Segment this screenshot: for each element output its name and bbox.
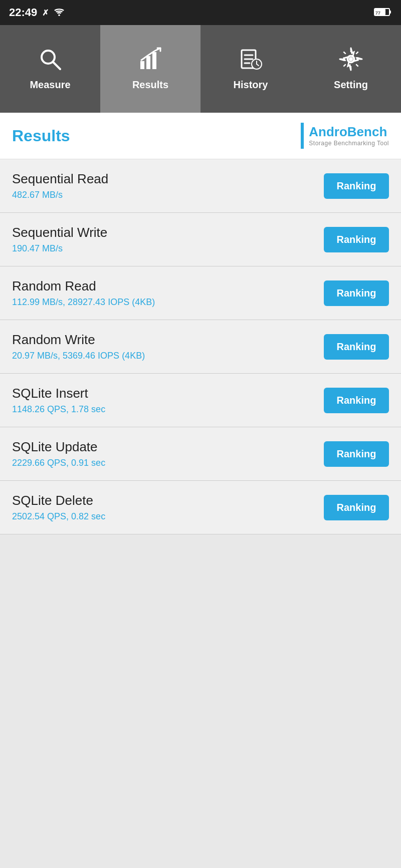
result-info: Random Read 112.99 MB/s, 28927.43 IOPS (… — [12, 278, 155, 308]
ranking-button[interactable]: Ranking — [324, 441, 389, 467]
result-item: SQLite Insert 1148.26 QPS, 1.78 sec Rank… — [0, 374, 401, 427]
ranking-button[interactable]: Ranking — [324, 388, 389, 413]
history-icon — [239, 47, 263, 74]
results-header: Results AndroBench Storage Benchmarking … — [0, 113, 401, 159]
brand-logo: AndroBench Storage Benchmarking Tool — [301, 123, 389, 149]
result-item: SQLite Delete 2502.54 QPS, 0.82 sec Rank… — [0, 481, 401, 534]
result-name: Sequential Read — [12, 171, 108, 187]
measure-icon — [38, 47, 62, 74]
ranking-button[interactable]: Ranking — [324, 280, 389, 306]
results-list: Sequential Read 482.67 MB/s Ranking Sequ… — [0, 159, 401, 534]
tab-history-label: History — [234, 79, 268, 91]
result-item: SQLite Update 2229.66 QPS, 0.91 sec Rank… — [0, 427, 401, 481]
svg-rect-7 — [140, 61, 144, 69]
svg-point-0 — [58, 14, 60, 16]
battery-shape-icon: 77 — [374, 7, 392, 19]
result-info: Random Write 20.97 MB/s, 5369.46 IOPS (4… — [12, 332, 145, 361]
result-value: 1148.26 QPS, 1.78 sec — [12, 404, 105, 415]
result-info: Sequential Read 482.67 MB/s — [12, 171, 108, 200]
svg-line-24 — [356, 52, 358, 54]
ranking-button[interactable]: Ranking — [324, 495, 389, 520]
tab-measure[interactable]: Measure — [0, 25, 100, 113]
result-value: 2502.54 QPS, 0.82 sec — [12, 511, 105, 522]
result-name: SQLite Update — [12, 439, 105, 455]
status-time: 22:49 — [9, 6, 37, 19]
svg-line-6 — [53, 62, 60, 69]
result-item: Random Read 112.99 MB/s, 28927.43 IOPS (… — [0, 266, 401, 320]
result-info: SQLite Update 2229.66 QPS, 0.91 sec — [12, 439, 105, 468]
status-right: 77 — [374, 7, 392, 19]
brand-bar — [301, 123, 304, 149]
result-name: Sequential Write — [12, 225, 107, 240]
ranking-button[interactable]: Ranking — [324, 173, 389, 199]
tab-history[interactable]: History — [200, 25, 301, 113]
results-icon — [138, 47, 162, 74]
result-value: 482.67 MB/s — [12, 190, 108, 200]
brand-name-blue: Bench — [347, 124, 387, 139]
svg-line-25 — [343, 64, 345, 66]
brand-name: AndroBench — [309, 124, 389, 140]
tab-setting[interactable]: Setting — [301, 25, 401, 113]
result-item: Sequential Read 482.67 MB/s Ranking — [0, 159, 401, 213]
settings-icon — [339, 47, 363, 74]
svg-text:77: 77 — [375, 10, 380, 15]
result-value: 112.99 MB/s, 28927.43 IOPS (4KB) — [12, 297, 155, 308]
result-value: 2229.66 QPS, 0.91 sec — [12, 458, 105, 468]
brand-text: AndroBench Storage Benchmarking Tool — [309, 124, 389, 147]
result-name: SQLite Insert — [12, 386, 105, 401]
svg-line-22 — [343, 52, 345, 54]
result-info: SQLite Delete 2502.54 QPS, 0.82 sec — [12, 493, 105, 522]
result-info: SQLite Insert 1148.26 QPS, 1.78 sec — [12, 386, 105, 415]
result-name: Random Write — [12, 332, 145, 348]
result-item: Sequential Write 190.47 MB/s Ranking — [0, 213, 401, 266]
notification-icon: ✗ — [42, 8, 49, 18]
tab-results-label: Results — [132, 79, 168, 91]
page-title: Results — [12, 127, 70, 145]
nav-tabs: Measure Results History — [0, 25, 401, 113]
svg-line-23 — [356, 64, 358, 66]
svg-rect-8 — [146, 56, 150, 69]
tab-results[interactable]: Results — [100, 25, 200, 113]
result-info: Sequential Write 190.47 MB/s — [12, 225, 107, 254]
result-name: Random Read — [12, 278, 155, 294]
tab-setting-label: Setting — [334, 79, 368, 91]
svg-rect-2 — [389, 11, 391, 14]
brand-subtitle: Storage Benchmarking Tool — [309, 140, 389, 147]
ranking-button[interactable]: Ranking — [324, 334, 389, 360]
brand-name-black: Andro — [309, 124, 347, 139]
ranking-button[interactable]: Ranking — [324, 227, 389, 252]
status-bar: 22:49 ✗ 77 — [0, 0, 401, 25]
status-left: 22:49 ✗ — [9, 6, 65, 19]
svg-rect-9 — [152, 52, 156, 69]
wifi-icon — [54, 7, 65, 18]
result-name: SQLite Delete — [12, 493, 105, 508]
result-value: 190.47 MB/s — [12, 243, 107, 254]
result-value: 20.97 MB/s, 5369.46 IOPS (4KB) — [12, 351, 145, 361]
svg-point-16 — [349, 57, 353, 61]
result-item: Random Write 20.97 MB/s, 5369.46 IOPS (4… — [0, 320, 401, 374]
tab-measure-label: Measure — [30, 79, 70, 91]
